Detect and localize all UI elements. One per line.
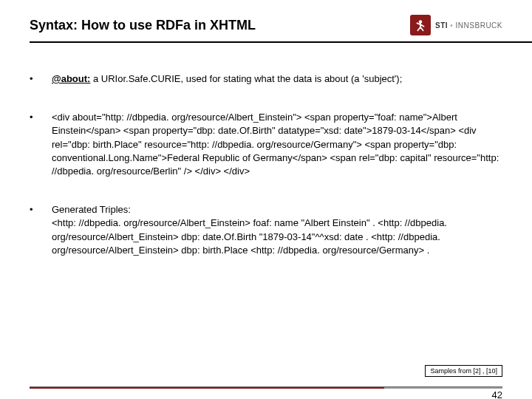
samples-footnote: Samples from [2] , [10]	[425, 365, 502, 377]
bullet-marker: •	[30, 203, 52, 257]
triples-body: <http: //dbpedia. org/resource/Albert_Ei…	[52, 217, 447, 255]
bullet-1-text: @about: a URIor.Safe.CURIE, used for sta…	[52, 72, 502, 86]
bullet-marker: •	[30, 111, 52, 178]
slide: Syntax: How to use RDFa in XHTML STI • I…	[0, 0, 532, 399]
sti-logo-icon	[410, 15, 431, 35]
logo-block: STI • INNSBRUCK	[410, 15, 502, 35]
page-number: 42	[492, 389, 502, 399]
bullet-marker: •	[30, 72, 52, 86]
footer-divider	[30, 386, 502, 389]
slide-content: • @about: a URIor.Safe.CURIE, used for s…	[30, 43, 502, 257]
bullet-3: • Generated Triples: <http: //dbpedia. o…	[30, 203, 502, 257]
bullet-1: • @about: a URIor.Safe.CURIE, used for s…	[30, 72, 502, 86]
logo-text: STI • INNSBRUCK	[435, 21, 502, 30]
bullet-3-text: Generated Triples: <http: //dbpedia. org…	[52, 203, 502, 257]
slide-header: Syntax: How to use RDFa in XHTML STI • I…	[30, 15, 502, 41]
bullet-2: • <div about="http: //dbpedia. org/resou…	[30, 111, 502, 178]
about-attr-desc: a URIor.Safe.CURIE, used for stating wha…	[90, 73, 402, 84]
about-attr-label: @about:	[52, 73, 90, 84]
logo-org: STI	[435, 21, 448, 30]
logo-city: INNSBRUCK	[456, 21, 502, 30]
slide-title: Syntax: How to use RDFa in XHTML	[30, 18, 256, 33]
triples-heading: Generated Triples:	[52, 204, 131, 215]
bullet-2-text: <div about="http: //dbpedia. org/resourc…	[52, 111, 502, 178]
